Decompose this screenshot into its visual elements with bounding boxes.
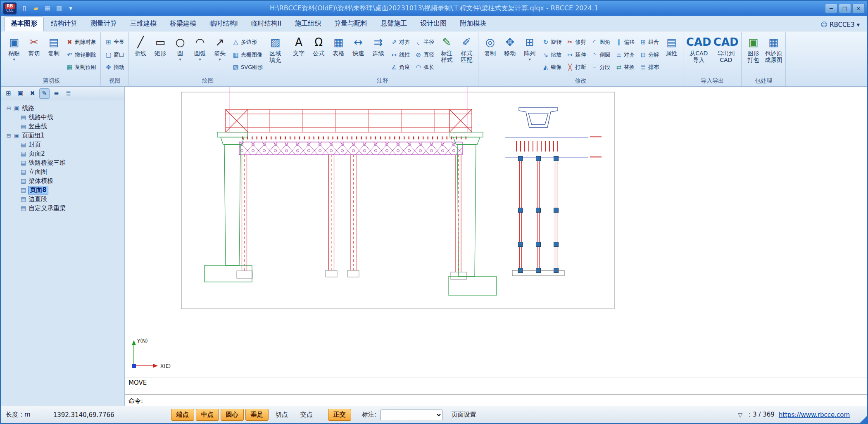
dim-style-select[interactable] — [380, 410, 442, 420]
new-folder-button[interactable]: ▣ — [15, 88, 26, 99]
add-page-button[interactable]: ⊞ — [3, 88, 14, 99]
ribbon-button[interactable]: ◝ 倒圆 ▾ — [589, 50, 612, 59]
ribbon-button[interactable]: ↻ 旋转 ▾ — [540, 38, 564, 47]
collapse-expander-icon[interactable]: ⊟ — [6, 133, 12, 139]
ribbon-button[interactable]: ▢ 窗口 ▾ — [103, 50, 126, 59]
ribbon-button[interactable]: △ 多边形 ▾ — [230, 38, 265, 47]
ribbon-button[interactable]: ▤ 复制 ▾ — [44, 33, 63, 76]
ribbon-tab[interactable]: 设计出图 — [414, 17, 453, 31]
ribbon-tab[interactable]: 临时结构I — [203, 17, 244, 31]
ribbon-button[interactable]: ✂ 剪切 ▾ — [24, 33, 43, 76]
ribbon-button[interactable]: ◜ 圆角 ▾ — [589, 38, 612, 47]
ribbon-button[interactable]: ⇉ 连续 ▾ — [369, 33, 388, 76]
ribbon-button[interactable]: ◭ 镜像 ▾ — [540, 63, 564, 72]
ribbon-button[interactable]: ⊘ 直径 ▾ — [413, 50, 436, 59]
tree-leaf-node[interactable]: ▤ 页面8 — [2, 185, 123, 194]
close-button[interactable]: × — [852, 4, 865, 13]
ribbon-tab[interactable]: 施工组织 — [288, 17, 327, 31]
resize-grip[interactable] — [860, 416, 867, 423]
new-file-icon[interactable]: ▯ — [19, 3, 30, 13]
save-icon[interactable]: ▦ — [42, 3, 53, 13]
drawing-canvas[interactable]: Y(N) X(E) — [125, 87, 867, 377]
snap-toggle[interactable]: 正交 — [328, 409, 351, 421]
ribbon-button[interactable]: ✥ 拖动 ▾ — [103, 63, 126, 72]
quick-access-dropdown-icon[interactable]: ▾ — [65, 3, 76, 13]
tree-leaf-node[interactable]: ▤ 铁路桥梁三维 — [2, 158, 123, 167]
collapse-all-button[interactable]: ≣ — [63, 88, 74, 99]
ribbon-tab[interactable]: 三维建模 — [124, 17, 163, 31]
tree-leaf-node[interactable]: ▤ 边直段 — [2, 194, 123, 204]
ribbon-button[interactable]: ↔ 线性 ▾ — [388, 50, 412, 59]
ribbon-button[interactable]: ╱ 折线 ▾ — [131, 33, 150, 76]
tree-leaf-node[interactable]: ▤ 封页 — [2, 140, 123, 149]
ribbon-button[interactable]: ⊞ 全显 ▾ — [103, 38, 126, 47]
ribbon-button[interactable]: ⇗ 对齐 ▾ — [388, 38, 412, 47]
tree-leaf-node[interactable]: ▤ 梁体模板 — [2, 176, 123, 185]
ribbon-tab[interactable]: 结构计算 — [45, 17, 83, 31]
ribbon-button[interactable]: ✖ 删除对象 ▾ — [64, 38, 98, 47]
expand-all-button[interactable]: ≡ — [51, 88, 62, 99]
ribbon-button[interactable]: ↶ 撤销删除 ▾ — [64, 50, 98, 59]
ribbon-button[interactable]: ✎ 标注 样式 ▾ — [437, 33, 456, 76]
maximize-button[interactable]: □ — [839, 4, 851, 13]
ribbon-button[interactable]: ▣ 图形 打包 ▾ — [744, 33, 763, 76]
ribbon-button[interactable]: ╳ 打断 ▾ — [564, 63, 588, 72]
ribbon-tab[interactable]: 附加模块 — [454, 17, 492, 31]
ribbon-button[interactable]: ▦ 复制位图 ▾ — [64, 63, 98, 72]
ribbon-button[interactable]: ○ 圆 ▾ — [171, 33, 190, 76]
ribbon-tab[interactable]: 算量与配料 — [328, 17, 373, 31]
tree-group-node[interactable]: ⊟ ▣ 页面组1 — [2, 131, 123, 140]
tree-leaf-node[interactable]: ▤ 线路中线 — [2, 113, 123, 122]
tree-leaf-node[interactable]: ▤ 竖曲线 — [2, 122, 123, 131]
ribbon-button[interactable]: ↘ 缩放 ▾ — [540, 50, 564, 59]
ribbon-button[interactable]: ▣ 粘贴 ▾ — [5, 33, 24, 76]
ribbon-button[interactable]: ▨ 区域 填充 ▾ — [266, 33, 285, 76]
ribbon-button[interactable]: ◟ 半径 ▾ — [413, 38, 436, 47]
snap-toggle[interactable]: 端点 — [171, 409, 194, 421]
snap-toggle[interactable]: 圆心 — [221, 409, 244, 421]
ribbon-button[interactable]: ◠ 弧长 ▾ — [413, 63, 436, 72]
ribbon-tab[interactable]: 临时结构II — [245, 17, 288, 31]
ribbon-tab[interactable]: 测量计算 — [84, 17, 123, 31]
ribbon-button[interactable]: ≣ 排布 ▾ — [637, 63, 661, 72]
ribbon-button[interactable]: ⊞ 阵列 ▾ — [520, 33, 539, 76]
snap-toggle[interactable]: 切点 — [270, 409, 293, 421]
ribbon-button[interactable]: ∠ 角度 ▾ — [388, 63, 412, 72]
ribbon-button[interactable]: Ω 公式 ▾ — [309, 33, 328, 76]
tree-leaf-node[interactable]: ▤ 立面图 — [2, 167, 123, 176]
website-link[interactable]: https://www.rbcce.com — [779, 411, 850, 419]
ribbon-button[interactable]: ┄ 分段 ▾ — [589, 63, 612, 72]
ribbon-button[interactable]: ✥ 移动 ▾ — [500, 33, 519, 76]
page-setup-button[interactable]: 页面设置 — [447, 409, 481, 420]
ribbon-button[interactable]: ⊞ 组合 ▾ — [637, 38, 661, 47]
ribbon-button[interactable]: ∥ 偏移 ▾ — [613, 38, 637, 47]
ribbon-button[interactable]: ▦ 表格 ▾ — [329, 33, 348, 76]
ribbon-button[interactable]: ◎ 复制 ▾ — [480, 33, 499, 76]
ribbon-button[interactable]: ▦ 光栅图像 ▾ — [230, 50, 265, 59]
ribbon-button[interactable]: ↔ 快速 ▾ — [349, 33, 368, 76]
ribbon-button[interactable]: ✐ 样式 匹配 ▾ — [457, 33, 476, 76]
minimize-button[interactable]: ─ — [825, 4, 837, 13]
edit-button[interactable]: ✎ — [39, 88, 50, 99]
collapse-expander-icon[interactable]: ⊟ — [6, 105, 12, 111]
open-folder-icon[interactable]: ▰ — [31, 3, 41, 13]
ribbon-button[interactable]: ✂ 修剪 ▾ — [564, 38, 588, 47]
delete-button[interactable]: ✖ — [27, 88, 38, 99]
ribbon-button[interactable]: ⊟ 分解 ▾ — [637, 50, 661, 59]
tree-leaf-node[interactable]: ▤ 自定义承重梁 — [2, 204, 123, 213]
ribbon-button[interactable]: CAD 从CAD 导入 ▾ — [685, 33, 712, 76]
ribbon-button[interactable]: ↦ 延伸 ▾ — [564, 50, 588, 59]
ribbon-button[interactable]: ▦ 包还原 成原图 ▾ — [763, 33, 783, 76]
ribbon-button[interactable]: ⇄ 替换 ▾ — [613, 63, 637, 72]
ribbon-button[interactable]: ≡ 对齐 ▾ — [613, 50, 637, 59]
save-all-icon[interactable]: ▥ — [54, 3, 64, 13]
snap-toggle[interactable]: 中点 — [196, 409, 219, 421]
snap-toggle[interactable]: 交点 — [295, 409, 318, 421]
ribbon-tab[interactable]: 悬臂施工 — [374, 17, 413, 31]
ribbon-tab[interactable]: 基本图形 — [4, 17, 44, 31]
ribbon-button[interactable]: ▤ 属性 ▾ — [662, 33, 681, 76]
tree-group-node[interactable]: ⊟ ▣ 线路 — [2, 104, 123, 113]
ribbon-button[interactable]: A 文字 ▾ — [289, 33, 308, 76]
tree-leaf-node[interactable]: ▤ 页面2 — [2, 149, 123, 158]
snap-toggle[interactable]: 垂足 — [245, 409, 269, 421]
